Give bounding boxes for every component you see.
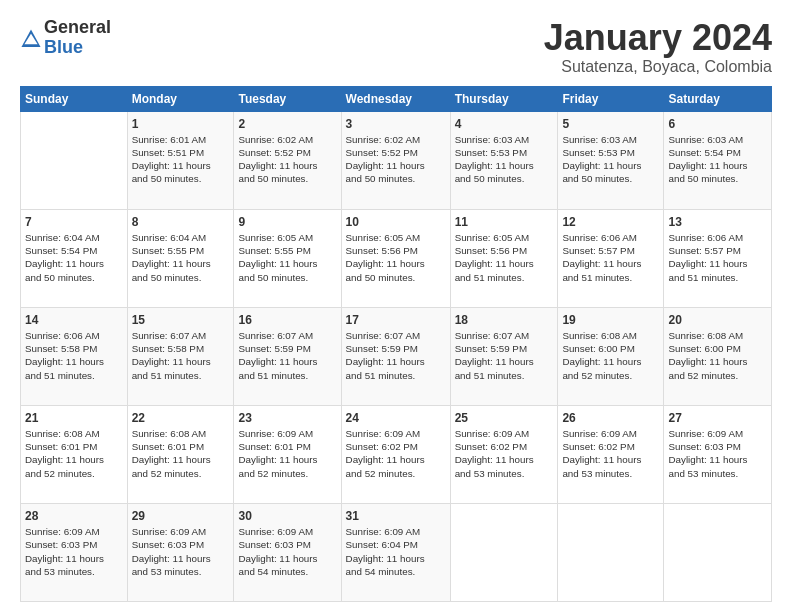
day-number: 11 [455,214,554,230]
day-detail: Sunrise: 6:09 AM Sunset: 6:03 PM Dayligh… [132,525,230,578]
day-number: 23 [238,410,336,426]
day-detail: Sunrise: 6:09 AM Sunset: 6:03 PM Dayligh… [668,427,767,480]
calendar-cell: 1Sunrise: 6:01 AM Sunset: 5:51 PM Daylig… [127,111,234,209]
day-detail: Sunrise: 6:03 AM Sunset: 5:53 PM Dayligh… [455,133,554,186]
calendar-week-row: 21Sunrise: 6:08 AM Sunset: 6:01 PM Dayli… [21,405,772,503]
day-number: 14 [25,312,123,328]
day-number: 2 [238,116,336,132]
day-number: 18 [455,312,554,328]
weekday-header: Monday [127,86,234,111]
day-detail: Sunrise: 6:09 AM Sunset: 6:02 PM Dayligh… [346,427,446,480]
day-number: 21 [25,410,123,426]
weekday-header: Saturday [664,86,772,111]
calendar-cell: 21Sunrise: 6:08 AM Sunset: 6:01 PM Dayli… [21,405,128,503]
day-number: 8 [132,214,230,230]
day-number: 15 [132,312,230,328]
calendar-cell: 7Sunrise: 6:04 AM Sunset: 5:54 PM Daylig… [21,209,128,307]
day-number: 5 [562,116,659,132]
calendar-cell: 25Sunrise: 6:09 AM Sunset: 6:02 PM Dayli… [450,405,558,503]
calendar-cell: 8Sunrise: 6:04 AM Sunset: 5:55 PM Daylig… [127,209,234,307]
day-number: 20 [668,312,767,328]
title-block: January 2024 Sutatenza, Boyaca, Colombia [544,18,772,76]
day-detail: Sunrise: 6:08 AM Sunset: 6:01 PM Dayligh… [132,427,230,480]
calendar-cell: 10Sunrise: 6:05 AM Sunset: 5:56 PM Dayli… [341,209,450,307]
day-detail: Sunrise: 6:08 AM Sunset: 6:00 PM Dayligh… [668,329,767,382]
day-number: 30 [238,508,336,524]
calendar-cell: 22Sunrise: 6:08 AM Sunset: 6:01 PM Dayli… [127,405,234,503]
calendar-cell: 23Sunrise: 6:09 AM Sunset: 6:01 PM Dayli… [234,405,341,503]
day-number: 19 [562,312,659,328]
calendar-cell [450,503,558,601]
day-number: 12 [562,214,659,230]
weekday-header: Thursday [450,86,558,111]
calendar-header: SundayMondayTuesdayWednesdayThursdayFrid… [21,86,772,111]
calendar-cell: 18Sunrise: 6:07 AM Sunset: 5:59 PM Dayli… [450,307,558,405]
day-detail: Sunrise: 6:07 AM Sunset: 5:59 PM Dayligh… [455,329,554,382]
calendar-cell: 12Sunrise: 6:06 AM Sunset: 5:57 PM Dayli… [558,209,664,307]
day-detail: Sunrise: 6:02 AM Sunset: 5:52 PM Dayligh… [346,133,446,186]
day-detail: Sunrise: 6:03 AM Sunset: 5:53 PM Dayligh… [562,133,659,186]
day-number: 27 [668,410,767,426]
day-number: 3 [346,116,446,132]
weekday-header: Friday [558,86,664,111]
day-detail: Sunrise: 6:09 AM Sunset: 6:03 PM Dayligh… [238,525,336,578]
day-detail: Sunrise: 6:02 AM Sunset: 5:52 PM Dayligh… [238,133,336,186]
day-detail: Sunrise: 6:07 AM Sunset: 5:59 PM Dayligh… [346,329,446,382]
calendar-cell: 15Sunrise: 6:07 AM Sunset: 5:58 PM Dayli… [127,307,234,405]
page: General Blue January 2024 Sutatenza, Boy… [0,0,792,612]
calendar-cell: 2Sunrise: 6:02 AM Sunset: 5:52 PM Daylig… [234,111,341,209]
day-detail: Sunrise: 6:08 AM Sunset: 6:00 PM Dayligh… [562,329,659,382]
day-detail: Sunrise: 6:05 AM Sunset: 5:56 PM Dayligh… [346,231,446,284]
logo-text: General Blue [44,18,111,58]
calendar-cell: 19Sunrise: 6:08 AM Sunset: 6:00 PM Dayli… [558,307,664,405]
calendar-cell: 11Sunrise: 6:05 AM Sunset: 5:56 PM Dayli… [450,209,558,307]
calendar-cell: 27Sunrise: 6:09 AM Sunset: 6:03 PM Dayli… [664,405,772,503]
calendar-cell: 14Sunrise: 6:06 AM Sunset: 5:58 PM Dayli… [21,307,128,405]
day-number: 1 [132,116,230,132]
calendar-cell: 26Sunrise: 6:09 AM Sunset: 6:02 PM Dayli… [558,405,664,503]
calendar-cell: 3Sunrise: 6:02 AM Sunset: 5:52 PM Daylig… [341,111,450,209]
calendar-cell: 5Sunrise: 6:03 AM Sunset: 5:53 PM Daylig… [558,111,664,209]
day-number: 9 [238,214,336,230]
day-number: 22 [132,410,230,426]
day-detail: Sunrise: 6:05 AM Sunset: 5:56 PM Dayligh… [455,231,554,284]
calendar-week-row: 7Sunrise: 6:04 AM Sunset: 5:54 PM Daylig… [21,209,772,307]
day-detail: Sunrise: 6:06 AM Sunset: 5:57 PM Dayligh… [562,231,659,284]
calendar-cell: 30Sunrise: 6:09 AM Sunset: 6:03 PM Dayli… [234,503,341,601]
calendar-cell: 20Sunrise: 6:08 AM Sunset: 6:00 PM Dayli… [664,307,772,405]
calendar-week-row: 28Sunrise: 6:09 AM Sunset: 6:03 PM Dayli… [21,503,772,601]
calendar-week-row: 14Sunrise: 6:06 AM Sunset: 5:58 PM Dayli… [21,307,772,405]
day-detail: Sunrise: 6:06 AM Sunset: 5:58 PM Dayligh… [25,329,123,382]
day-number: 4 [455,116,554,132]
calendar-body: 1Sunrise: 6:01 AM Sunset: 5:51 PM Daylig… [21,111,772,601]
calendar-cell: 13Sunrise: 6:06 AM Sunset: 5:57 PM Dayli… [664,209,772,307]
day-number: 25 [455,410,554,426]
day-number: 31 [346,508,446,524]
calendar-cell [21,111,128,209]
day-number: 10 [346,214,446,230]
calendar-cell: 28Sunrise: 6:09 AM Sunset: 6:03 PM Dayli… [21,503,128,601]
day-detail: Sunrise: 6:09 AM Sunset: 6:02 PM Dayligh… [562,427,659,480]
day-number: 26 [562,410,659,426]
weekday-header-row: SundayMondayTuesdayWednesdayThursdayFrid… [21,86,772,111]
calendar: SundayMondayTuesdayWednesdayThursdayFrid… [20,86,772,602]
logo-icon [20,28,42,50]
day-detail: Sunrise: 6:07 AM Sunset: 5:59 PM Dayligh… [238,329,336,382]
calendar-cell [558,503,664,601]
day-number: 29 [132,508,230,524]
weekday-header: Wednesday [341,86,450,111]
day-number: 7 [25,214,123,230]
calendar-cell: 24Sunrise: 6:09 AM Sunset: 6:02 PM Dayli… [341,405,450,503]
month-year: January 2024 [544,18,772,58]
day-detail: Sunrise: 6:08 AM Sunset: 6:01 PM Dayligh… [25,427,123,480]
calendar-cell: 16Sunrise: 6:07 AM Sunset: 5:59 PM Dayli… [234,307,341,405]
calendar-cell: 29Sunrise: 6:09 AM Sunset: 6:03 PM Dayli… [127,503,234,601]
day-number: 28 [25,508,123,524]
day-detail: Sunrise: 6:09 AM Sunset: 6:01 PM Dayligh… [238,427,336,480]
calendar-cell [664,503,772,601]
calendar-cell: 17Sunrise: 6:07 AM Sunset: 5:59 PM Dayli… [341,307,450,405]
day-detail: Sunrise: 6:09 AM Sunset: 6:04 PM Dayligh… [346,525,446,578]
day-number: 16 [238,312,336,328]
calendar-cell: 6Sunrise: 6:03 AM Sunset: 5:54 PM Daylig… [664,111,772,209]
weekday-header: Tuesday [234,86,341,111]
